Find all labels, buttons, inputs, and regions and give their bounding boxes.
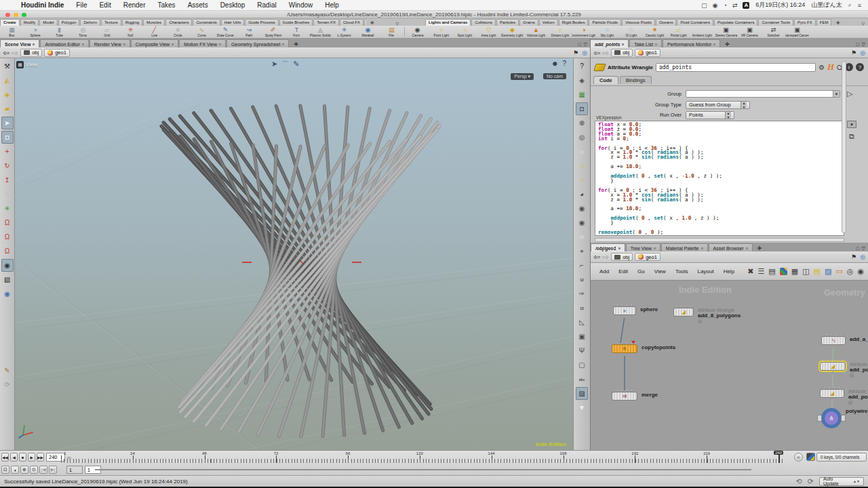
view-camera-icon[interactable]: ◉	[1, 259, 14, 272]
network-pin-pane-icon[interactable]: ⚑	[851, 253, 856, 260]
node-output-dot[interactable]	[624, 354, 626, 356]
select-tool-icon[interactable]: ➤	[1, 117, 14, 129]
node-input-dot[interactable]	[626, 342, 628, 344]
input-source-icon[interactable]: A	[743, 2, 749, 9]
shelf-tool-line[interactable]: ╱Line	[142, 26, 166, 38]
network-node-add-poli[interactable]: ◢Attribute Wadd_polil	[820, 389, 844, 398]
scene-pane-menu-icon[interactable]: ▽	[584, 42, 587, 47]
forward-arrow-icon[interactable]: ⇨	[12, 49, 18, 57]
menubar-clock[interactable]: 6月19日(水) 16:24	[755, 1, 805, 9]
menubar-item-takes[interactable]: Takes	[152, 1, 182, 9]
display-pivot-icon[interactable]: ◕	[576, 188, 588, 201]
network-pane-maximize-icon[interactable]: □	[856, 246, 859, 251]
node-input-dot[interactable]	[616, 389, 618, 391]
control-center-icon[interactable]: ≡	[858, 2, 861, 9]
shelf-tool-font[interactable]: TFont	[285, 26, 309, 38]
jump-start-button[interactable]: ◀◀	[1, 453, 9, 462]
step-back-button[interactable]: ◀	[10, 453, 18, 462]
image-add-icon[interactable]: ▨	[825, 267, 831, 276]
select-occluded-icon[interactable]: ⊗	[576, 117, 588, 129]
network-menu-view[interactable]: View	[650, 268, 671, 274]
node-input-dot[interactable]	[631, 389, 633, 391]
gallery-icon[interactable]: ▭	[835, 267, 842, 276]
node-output-dot[interactable]	[832, 371, 834, 373]
playback-options-icon[interactable]: ⊛	[20, 466, 28, 474]
pane-tab-asset-browser-close-icon[interactable]	[746, 247, 748, 249]
pane-tab-render-view[interactable]: Render View	[90, 39, 130, 47]
shelf-tab-rigid-bodies[interactable]: Rigid Bodies	[559, 19, 589, 26]
wrangle-tab-code[interactable]: Code	[593, 76, 618, 84]
network-menu-add[interactable]: Add	[595, 268, 614, 274]
breadcrumb-obj[interactable]: obj	[20, 49, 42, 57]
network-editor[interactable]: Indie Edition Geometry ●sphere◢Attribute…	[590, 281, 868, 453]
node-input-dot[interactable]	[835, 333, 837, 336]
menubar-item-assets[interactable]: Assets	[182, 1, 214, 9]
shelf-tool-gi-light[interactable]: ◍GI Light	[619, 26, 643, 38]
node-output-dot[interactable]	[831, 399, 833, 401]
keyframe-scope-icon[interactable]	[806, 453, 815, 461]
persp-badge[interactable]: Persp ▾	[511, 73, 534, 80]
shelf-tab-oceans[interactable]: Oceans	[656, 19, 677, 26]
group-dropdown-icon[interactable]: ▼	[833, 91, 840, 97]
visibility-eye-icon[interactable]: ◉	[857, 267, 864, 276]
node-input-dot[interactable]	[690, 305, 692, 307]
recook-icon[interactable]: ⟳	[808, 477, 814, 486]
network-follow-target-icon[interactable]: ◎	[860, 253, 865, 260]
params-back-arrow-icon[interactable]: ⇦	[593, 49, 600, 57]
pin-pane-icon[interactable]: ⚑	[573, 49, 578, 56]
no-cam-badge[interactable]: No cam	[543, 73, 566, 79]
memory-usage-icon[interactable]: ⟲	[796, 477, 802, 486]
network-menu-go[interactable]: Go	[633, 268, 650, 274]
node-body-add-8-polygons[interactable]: ◢	[673, 308, 694, 317]
pane-tab-animation-editor[interactable]: Animation Editor	[40, 39, 88, 47]
auto-update-combo[interactable]: Auto Update▲▼	[819, 477, 864, 486]
node-input-dot[interactable]	[616, 342, 618, 344]
node-input-dot[interactable]	[829, 359, 831, 361]
node-input-dot[interactable]	[830, 333, 832, 336]
help-icon[interactable]: ?	[856, 63, 864, 71]
network-add-pane-tab-icon[interactable]: ✚	[753, 245, 766, 251]
show-view-eye-icon[interactable]: ◉	[576, 202, 588, 215]
pane-tab-tree-view-close-icon[interactable]	[654, 247, 656, 249]
back-arrow-icon[interactable]: ⇦	[3, 49, 9, 57]
node-name-field[interactable]: add_points	[656, 63, 816, 72]
shelf-tool-sphere[interactable]: ●Sphere	[24, 26, 47, 38]
snap-grid-magnet-icon[interactable]: Ω	[1, 216, 14, 229]
network-menu-edit[interactable]: Edit	[614, 268, 633, 274]
node-input-dot[interactable]	[825, 333, 827, 336]
play-button[interactable]: ▶	[28, 453, 35, 462]
display-handles-icon[interactable]: ▰	[1, 102, 14, 115]
text-labels-icon[interactable]: abc	[576, 373, 588, 386]
default-lighting-icon[interactable]: ☼	[576, 159, 588, 172]
prev-key-icon[interactable]: |◀	[39, 466, 47, 474]
params-breadcrumb-geo1[interactable]: geo1	[635, 49, 660, 57]
network-menu-tools[interactable]: Tools	[671, 268, 693, 274]
shelf-tab-viscous-fluids[interactable]: Viscous Fluids	[622, 19, 655, 26]
wrangle-tab-bindings[interactable]: Bindings	[620, 76, 652, 84]
node-body-polywire[interactable]: ⋔	[821, 408, 842, 428]
pane-tab-geometry-spreadsheet[interactable]: Geometry Spreadsheet	[226, 39, 289, 47]
scene-pane-maximize-icon[interactable]: □	[578, 42, 580, 47]
snapshot-icon[interactable]: ▨	[576, 387, 588, 400]
menubar-item-help[interactable]: Help	[319, 1, 345, 9]
params-forward-arrow-icon[interactable]: ⇨	[602, 49, 609, 57]
pane-tab-add-points-close-icon[interactable]	[622, 43, 624, 45]
shelf-tool-gamepad-camera[interactable]: ▣Gamepad Camera	[785, 26, 809, 38]
menubar-user[interactable]: 山里ぽん太	[811, 1, 842, 9]
shelf-tab-particle-fluids[interactable]: Particle Fluids	[589, 19, 621, 26]
shelf-tool-point-light[interactable]: ☼Point Light	[429, 26, 453, 38]
group-field[interactable]: ▼	[686, 90, 840, 98]
shelf-add-tab-icon[interactable]: ✚	[366, 20, 378, 26]
template-icon[interactable]: ▢	[576, 359, 588, 371]
pane-tab-obj-geo1-close-icon[interactable]	[618, 247, 620, 249]
snap-prim-magnet-icon[interactable]: Ω	[1, 230, 14, 243]
layout-avatar-icon[interactable]: ☻	[551, 60, 559, 67]
pane-tab-take-list-close-icon[interactable]	[655, 43, 657, 45]
node-stack-icon[interactable]: ☰	[757, 267, 764, 276]
node-body-merge[interactable]: ⇉	[612, 392, 637, 401]
wrench-icon[interactable]: ✖	[747, 267, 753, 276]
view-magnifier-icon[interactable]: ◎	[576, 131, 588, 144]
takes-list-icon[interactable]: ✎	[1, 364, 14, 377]
follow-playhead-icon[interactable]: ⊡	[1, 466, 9, 474]
node-body-add-poli[interactable]: ◢	[820, 389, 844, 398]
